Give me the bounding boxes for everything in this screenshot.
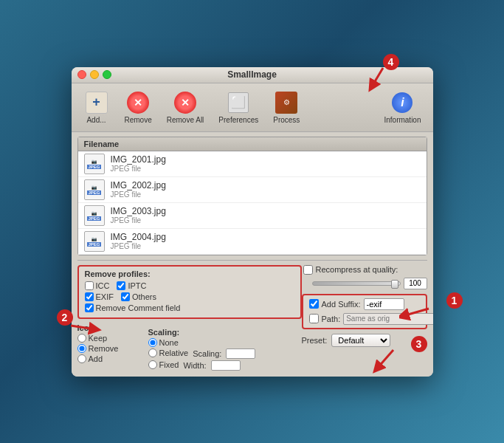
toolbar: Add... ✕ Remove ✕ Remove All ⬜ Preferenc… <box>72 83 433 132</box>
file-list: 📷 JPEG IMG_2001.jpg JPEG file 📷 JPEG IMG… <box>78 151 427 255</box>
icon-remove-item[interactable]: Remove <box>77 344 144 353</box>
list-item[interactable]: 📷 JPEG IMG_2004.jpg JPEG file <box>78 229 427 255</box>
process-button[interactable]: ⚙ Process <box>267 88 305 127</box>
path-input[interactable] <box>343 313 432 325</box>
information-button[interactable]: i Information <box>378 88 427 127</box>
icon-keep-label: Keep <box>89 334 108 343</box>
remove-icon: ✕ <box>126 91 150 114</box>
path-row: Path: 📁 <box>309 313 420 325</box>
process-label: Process <box>273 116 300 124</box>
icon-section: Icon: Keep Remove Add <box>77 323 144 372</box>
badge-number-1: 1 <box>446 292 463 309</box>
path-checkbox[interactable] <box>309 314 319 323</box>
suffix-input[interactable] <box>364 298 404 310</box>
icon-remove-radio[interactable] <box>77 344 86 353</box>
scaling-title: Scaling: <box>148 328 256 337</box>
icc-checkbox-item[interactable]: ICC <box>85 281 110 290</box>
quality-input[interactable] <box>404 278 427 289</box>
recompress-row: Recompress at quality: <box>302 265 427 275</box>
maximize-button[interactable] <box>103 70 111 79</box>
width-label: Width: <box>183 361 206 370</box>
others-checkbox-item[interactable]: Others <box>121 292 156 301</box>
minimize-button[interactable] <box>90 70 99 79</box>
preset-select[interactable]: Default <box>331 334 390 347</box>
information-label: Information <box>384 116 421 124</box>
add-button[interactable]: Add... <box>77 88 116 127</box>
list-item[interactable]: 📷 JPEG IMG_2002.jpg JPEG file <box>78 177 427 203</box>
iptc-checkbox[interactable] <box>117 281 125 290</box>
preferences-button[interactable]: ⬜ Preferences <box>213 88 264 127</box>
scaling-relative-radio[interactable] <box>148 348 157 357</box>
scaling-label: Scaling: <box>193 349 221 358</box>
preset-row: Preset: Default <box>302 334 427 347</box>
file-info: IMG_2003.jpg JPEG file <box>111 206 166 224</box>
file-type: JPEG file <box>111 190 166 199</box>
remove-comment-label: Remove Comment field <box>96 303 181 312</box>
remove-profiles-title: Remove profiles: <box>85 269 294 278</box>
remove-all-button[interactable]: ✕ Remove All <box>161 88 210 127</box>
quality-slider-thumb[interactable] <box>391 280 398 289</box>
remove-profiles-box: Remove profiles: ICC IPTC <box>77 265 302 319</box>
scaling-fixed-item[interactable]: Fixed <box>148 360 179 369</box>
scaling-relative-item[interactable]: Relative <box>148 348 189 357</box>
quality-slider-row <box>302 278 427 289</box>
recompress-checkbox[interactable] <box>303 265 313 275</box>
file-info: IMG_2002.jpg JPEG file <box>111 180 166 199</box>
file-type: JPEG file <box>111 216 166 224</box>
scaling-fixed-row: Fixed Width: <box>148 360 256 371</box>
file-info: IMG_2004.jpg JPEG file <box>111 232 166 250</box>
icon-keep-radio[interactable] <box>77 334 86 343</box>
process-icon: ⚙ <box>275 91 298 114</box>
preferences-label: Preferences <box>218 116 258 124</box>
scaling-none-radio[interactable] <box>148 338 157 347</box>
scaling-value-input[interactable] <box>226 348 255 359</box>
file-icon: 📷 JPEG <box>84 231 105 252</box>
remove-all-label: Remove All <box>167 116 204 124</box>
file-name: IMG_2003.jpg <box>111 206 166 216</box>
icon-add-radio[interactable] <box>77 354 86 363</box>
icc-label: ICC <box>96 281 110 290</box>
remove-comment-row: Remove Comment field <box>85 303 294 312</box>
scaling-section: Scaling: None Relative Scaling: <box>148 328 256 372</box>
remove-label: Remove <box>125 116 152 124</box>
others-checkbox[interactable] <box>121 292 130 301</box>
icon-keep-item[interactable]: Keep <box>77 334 144 343</box>
preferences-icon: ⬜ <box>227 91 250 114</box>
exif-label: EXIF <box>96 292 114 301</box>
remove-all-icon: ✕ <box>173 91 197 114</box>
scaling-relative-label: Relative <box>159 348 189 357</box>
right-panel: Recompress at quality: Add Suffix: <box>302 265 427 372</box>
quality-slider-track[interactable] <box>312 281 401 286</box>
remove-comment-checkbox[interactable] <box>85 303 94 312</box>
file-name: IMG_2002.jpg <box>111 180 166 190</box>
bottom-left: Icon: Keep Remove Add <box>77 323 302 372</box>
remove-button[interactable]: ✕ Remove <box>119 88 158 127</box>
close-button[interactable] <box>77 70 86 79</box>
iptc-checkbox-item[interactable]: IPTC <box>117 281 146 290</box>
scaling-none-item[interactable]: None <box>148 338 256 347</box>
file-list-header: Filename <box>78 137 427 151</box>
add-suffix-checkbox[interactable] <box>309 299 319 309</box>
list-item[interactable]: 📷 JPEG IMG_2001.jpg JPEG file <box>78 151 427 177</box>
titlebar: SmallImage <box>72 67 433 83</box>
icon-section-title: Icon: <box>77 323 144 332</box>
file-icon: 📷 JPEG <box>84 154 105 174</box>
badge-number-2: 2 <box>57 309 73 326</box>
width-value-input[interactable] <box>211 360 241 371</box>
icc-checkbox[interactable] <box>85 281 94 290</box>
add-suffix-label: Add Suffix: <box>322 300 361 309</box>
exif-checkbox-item[interactable]: EXIF <box>85 292 114 301</box>
scaling-relative-row: Relative Scaling: <box>148 348 256 359</box>
list-item[interactable]: 📷 JPEG IMG_2003.jpg JPEG file <box>78 203 427 229</box>
remove-comment-item[interactable]: Remove Comment field <box>85 303 181 312</box>
file-info: IMG_2001.jpg JPEG file <box>111 154 166 173</box>
bottom-section: Remove profiles: ICC IPTC <box>72 261 433 377</box>
icc-iptc-row: ICC IPTC <box>85 281 294 290</box>
icon-add-item[interactable]: Add <box>77 354 144 363</box>
scaling-fixed-radio[interactable] <box>148 360 157 369</box>
icon-add-label: Add <box>89 354 103 363</box>
file-icon: 📷 JPEG <box>84 205 105 226</box>
file-type: JPEG file <box>111 165 166 173</box>
exif-others-row: EXIF Others <box>85 292 294 301</box>
exif-checkbox[interactable] <box>85 292 94 301</box>
